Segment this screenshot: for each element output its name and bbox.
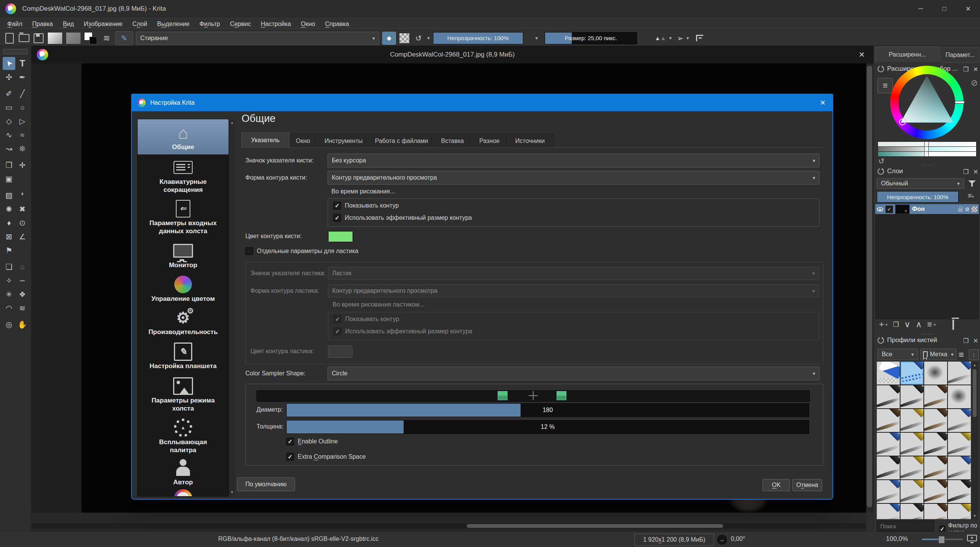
layer-filter-icon[interactable] [968,180,976,187]
sidebar-scrollbar[interactable]: ▴ ▾ [229,119,235,496]
tab-resources[interactable]: Источники [506,134,554,148]
add-layer-dropdown[interactable]: ▾ [886,322,888,327]
brush-preset[interactable] [924,504,947,519]
tool-contiguous-select[interactable]: ✳ [3,288,15,301]
sidebar-item-author[interactable]: Автор [138,457,229,487]
diameter-spinner[interactable] [809,403,815,416]
menu-item-file[interactable]: Файл [2,18,27,30]
brush-size-slider[interactable]: Размер: 25,00 пикс. [545,32,637,44]
preset-search-input[interactable] [877,521,934,531]
tool-measure[interactable]: ∠ [16,230,29,243]
brush-preset[interactable] [924,362,947,385]
brush-preset[interactable] [877,385,900,408]
menu-item-settings[interactable]: Настройка [256,18,296,30]
tool-bezier-curve[interactable]: ∿ [3,128,15,141]
sidebar-item-python-plugins[interactable]: ▲ [138,487,229,497]
layer-options-icon[interactable]: ≡▾ [968,192,974,200]
menu-item-help[interactable]: Справка [320,18,354,30]
tool-edit-shapes[interactable]: ✣ [3,71,15,84]
sidebar-item-general[interactable]: ⌂ Общие [138,119,229,154]
mirror-horizontal-button[interactable]: ▲▲ [655,35,666,41]
open-document-button[interactable] [18,32,30,44]
menu-item-tools[interactable]: Сервис [225,18,256,30]
tool-pan[interactable]: ✋ [16,318,29,331]
tool-pattern-edit[interactable]: ✺ [3,203,15,216]
brush-preset[interactable] [877,362,900,385]
close-document-icon[interactable]: ✕ [858,50,865,59]
layer-checkbox[interactable]: ✓ [886,206,893,213]
brush-preset[interactable] [948,504,971,519]
brush-preset[interactable] [948,409,971,432]
tool-similar-select[interactable]: ❖ [16,288,29,301]
brush-preset[interactable] [877,409,900,432]
tool-select-shapes[interactable]: ➤ [3,57,15,70]
tool-freehand-select[interactable]: ∽ [16,274,29,287]
brush-preset[interactable] [924,433,947,456]
tool-freehand-path[interactable]: ≈ [16,128,29,141]
tool-zoom[interactable]: ◎ [3,318,15,331]
tool-multibrush[interactable]: ❊ [16,142,29,155]
sidebar-item-performance[interactable]: ⚙⚙ Производительность [138,306,229,338]
brush-presets-docker-header[interactable]: Профили кистей [878,336,937,344]
brush-editor-button[interactable]: ✎ [115,31,133,45]
delete-layer-button[interactable] [952,320,954,329]
brush-preset[interactable] [900,456,923,479]
zoom-slider-handle[interactable] [938,536,945,544]
brush-preset[interactable] [948,362,971,385]
tool-assistants[interactable]: ⊠ [3,230,15,243]
close-docker-icon[interactable]: ✕ [973,66,978,73]
preserve-alpha-toggle[interactable] [399,33,410,44]
brush-preset-combobox[interactable]: Стирание ▾ [136,32,379,45]
tool-gradient[interactable]: ▨ [3,189,15,202]
tab-miscellaneous[interactable]: Разное [470,134,509,148]
tag-combobox[interactable]: Метка ▾ [920,349,956,360]
sidebar-item-canvas-input[interactable]: ⇐ Параметры входных данных холста [138,196,229,237]
eraser-show-outline-checkbox[interactable]: ✓ [334,315,341,323]
close-docker-icon[interactable]: ✕ [973,168,978,175]
inherit-alpha-icon[interactable] [972,206,977,212]
workspace-chooser-button[interactable]: ≋ [101,32,112,44]
tool-text[interactable]: T [16,57,29,70]
brush-preset[interactable] [948,480,971,503]
tool-magnetic-select[interactable]: ≋ [16,302,29,315]
layer-opacity-slider[interactable]: Непрозрачность: 100% [877,191,959,203]
canvas-rotation-icon[interactable]: ↔ [716,534,728,545]
show-outline-checkbox[interactable]: ✓ [333,202,341,209]
tab-paste[interactable]: Вставка [432,134,473,148]
tool-enclose-fill[interactable]: ⊙ [16,216,29,229]
tool-polygon[interactable]: ◇ [3,115,15,128]
duplicate-layer-button[interactable]: ❐ [893,321,899,329]
sidebar-item-tablet[interactable]: ✎ Настройка планшета [138,339,229,372]
extra-space-checkbox[interactable]: ✓ [286,453,294,461]
color-selector-cursor[interactable] [899,118,906,125]
save-document-button[interactable] [33,32,44,44]
tool-reference-images[interactable]: ⚑ [3,244,15,257]
layer-opacity-spinner[interactable] [959,191,965,202]
brush-preset[interactable] [924,409,947,432]
brush-preset-selected[interactable] [900,362,923,385]
sampler-shape-combobox[interactable]: Circle ▾ [328,367,819,380]
layers-docker-header[interactable]: Слои [878,167,903,175]
scroll-up-icon[interactable]: ▴ [231,120,233,125]
layer-visibility-icon[interactable] [877,207,883,211]
close-docker-icon[interactable]: ✕ [973,337,978,344]
brush-preset[interactable] [877,504,900,519]
float-docker-icon[interactable]: ❐ [963,337,969,344]
minimize-button[interactable]: ─ [909,0,933,18]
block-color-icon[interactable]: ⊘ [971,78,978,88]
sidebar-item-display[interactable]: Монитор [138,238,229,272]
brush-preset[interactable] [924,385,947,408]
reset-colors-icon[interactable]: ↺ [878,157,884,166]
tab-cursor[interactable]: Указатель [242,133,289,148]
tool-rectangle[interactable]: ▭ [3,101,15,114]
brush-preset[interactable] [900,504,923,519]
layer-lock-icon[interactable] [958,208,963,212]
float-docker-icon[interactable]: ❐ [963,168,969,175]
chevron-down-icon[interactable]: ▾ [427,35,430,41]
tool-smart-patch[interactable]: ✖ [16,203,29,216]
wrap-around-mode-button[interactable] [696,35,703,41]
defaults-button[interactable]: По умолчанию [237,477,295,491]
effective-size-checkbox[interactable]: ✓ [333,214,341,222]
docker-tab-advanced-color[interactable]: Расширенн... [875,47,939,62]
brush-preset[interactable] [877,456,900,479]
